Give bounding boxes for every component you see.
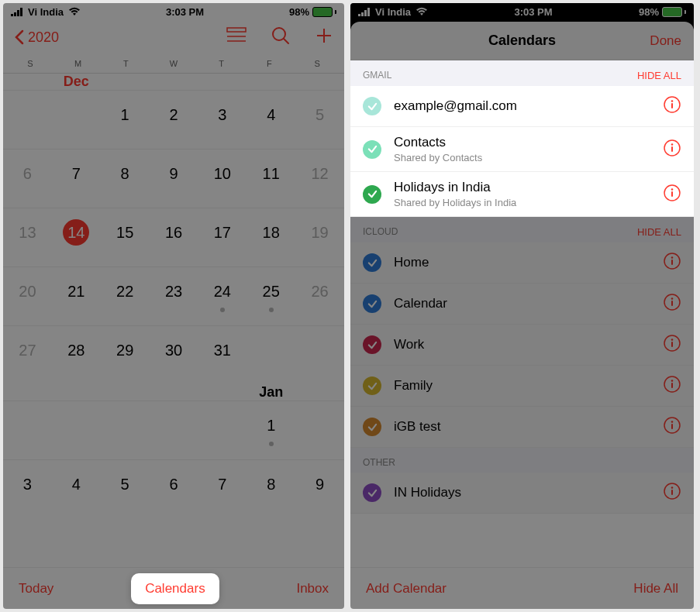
calendar-day-cell[interactable]: 2 <box>150 97 198 149</box>
calendar-day-cell[interactable]: 7 <box>198 466 247 518</box>
calendar-day-cell[interactable]: 29 <box>101 332 150 384</box>
calendar-day-cell[interactable]: 7 <box>52 156 101 208</box>
calendar-item[interactable]: Calendar <box>350 284 694 325</box>
calendar-day-cell[interactable]: 4 <box>52 466 101 518</box>
calendar-day-cell[interactable]: 11 <box>247 156 295 208</box>
hide-all-bottom-button[interactable]: Hide All <box>633 581 678 597</box>
calendar-check-icon[interactable] <box>363 97 381 115</box>
status-time: 3:03 PM <box>166 6 204 18</box>
calendar-check-icon[interactable] <box>363 376 381 395</box>
calendar-item-title: Family <box>394 378 663 394</box>
calendar-day-cell[interactable]: 3 <box>3 466 52 518</box>
calendar-item[interactable]: ContactsShared by Contacts <box>350 127 694 172</box>
calendar-day-cell[interactable]: 18 <box>247 215 295 266</box>
calendar-day-cell[interactable]: 12 <box>295 156 344 208</box>
day-number: 7 <box>63 160 89 187</box>
calendar-day-cell[interactable]: 16 <box>150 215 198 266</box>
calendars-button[interactable]: Calendars <box>131 573 219 604</box>
calendar-day-cell[interactable]: 26 <box>295 273 344 325</box>
calendar-day-cell[interactable]: 10 <box>198 156 247 208</box>
day-number: 22 <box>112 278 138 304</box>
calendar-day-cell[interactable]: 5 <box>295 97 344 149</box>
add-event-icon[interactable] <box>315 26 333 48</box>
calendar-item[interactable]: iGB test <box>350 407 694 448</box>
calendar-day-cell[interactable]: 6 <box>3 156 52 208</box>
info-icon[interactable] <box>663 482 681 504</box>
hide-all-icloud-button[interactable]: HIDE ALL <box>637 226 681 238</box>
calendar-check-icon[interactable] <box>363 483 381 502</box>
back-to-year-button[interactable]: 2020 <box>14 29 59 46</box>
calendar-check-icon[interactable] <box>363 418 381 436</box>
calendar-day-cell[interactable]: 4 <box>247 97 295 149</box>
info-icon[interactable] <box>663 184 681 205</box>
calendar-day-cell[interactable]: 3 <box>198 97 247 149</box>
calendar-day-cell[interactable]: 27 <box>3 332 52 384</box>
calendar-item[interactable]: Home <box>350 242 694 284</box>
calendar-day-cell[interactable]: 14 <box>52 215 101 266</box>
calendar-day-cell[interactable]: 19 <box>295 215 344 266</box>
calendar-day-cell[interactable]: 17 <box>198 215 247 266</box>
day-number: 4 <box>63 471 89 497</box>
calendar-item-title: Holidays in India <box>394 180 663 195</box>
day-number: 5 <box>112 471 138 497</box>
calendar-check-icon[interactable] <box>363 185 381 204</box>
info-icon[interactable] <box>663 416 681 438</box>
calendar-day-cell <box>3 97 52 149</box>
calendar-week-row: 6789101112 <box>3 149 344 208</box>
calendar-day-cell[interactable]: 30 <box>150 332 198 384</box>
info-icon[interactable] <box>663 139 681 160</box>
wifi-icon <box>416 7 428 16</box>
today-button[interactable]: Today <box>19 581 53 597</box>
calendar-bottom-bar: Today Calendars Inbox <box>3 567 344 609</box>
info-icon[interactable] <box>663 252 681 273</box>
calendar-day-cell <box>295 407 344 459</box>
calendar-day-cell[interactable]: 13 <box>3 215 52 266</box>
calendar-day-cell[interactable]: 31 <box>198 332 247 384</box>
svg-point-28 <box>671 297 674 300</box>
search-icon[interactable] <box>271 26 290 48</box>
hide-all-gmail-button[interactable]: HIDE ALL <box>637 70 681 81</box>
info-icon[interactable] <box>663 334 681 356</box>
calendar-item[interactable]: example@gmail.com <box>350 86 694 127</box>
calendar-day-cell[interactable]: 20 <box>3 273 52 325</box>
info-icon[interactable] <box>663 375 681 397</box>
info-icon[interactable] <box>663 95 681 117</box>
calendar-day-cell[interactable]: 1 <box>247 407 295 459</box>
weekday-header: SMTWTFS <box>3 54 344 74</box>
inbox-button[interactable]: Inbox <box>296 581 329 597</box>
day-number: 25 <box>258 278 284 304</box>
icloud-section-header: ICLOUD HIDE ALL <box>350 217 694 242</box>
calendar-day-cell[interactable]: 8 <box>247 466 295 518</box>
calendar-day-cell[interactable]: 1 <box>101 97 150 149</box>
calendar-item[interactable]: Work <box>350 325 694 366</box>
calendar-day-cell[interactable]: 15 <box>101 215 150 266</box>
weekday-label: T <box>198 54 246 73</box>
calendar-check-icon[interactable] <box>363 294 381 313</box>
calendar-check-icon[interactable] <box>363 253 381 272</box>
add-calendar-button[interactable]: Add Calendar <box>366 581 447 597</box>
calendar-day-cell[interactable]: 23 <box>150 273 198 325</box>
calendar-item[interactable]: Family <box>350 366 694 407</box>
calendar-item[interactable]: Holidays in IndiaShared by Holidays in I… <box>350 172 694 217</box>
calendar-day-cell[interactable]: 5 <box>101 466 150 518</box>
day-number: 23 <box>160 278 187 304</box>
calendar-day-cell[interactable]: 22 <box>101 273 150 325</box>
calendar-day-cell[interactable]: 21 <box>52 273 101 325</box>
calendar-day-cell <box>52 97 101 149</box>
list-view-icon[interactable] <box>226 27 247 47</box>
calendar-day-cell[interactable]: 6 <box>150 466 198 518</box>
calendar-check-icon[interactable] <box>363 335 381 354</box>
calendar-day-cell[interactable]: 28 <box>52 332 101 384</box>
calendar-item[interactable]: IN Holidays <box>350 473 694 514</box>
calendar-day-cell[interactable]: 8 <box>101 156 150 208</box>
info-icon[interactable] <box>663 293 681 315</box>
calendar-week-row: 12345 <box>3 90 344 149</box>
svg-point-34 <box>671 380 674 382</box>
calendar-day-cell[interactable]: 9 <box>150 156 198 208</box>
calendar-item-subtitle: Shared by Contacts <box>394 152 663 163</box>
calendar-day-cell[interactable]: 9 <box>295 466 344 518</box>
calendar-day-cell[interactable]: 24 <box>198 273 247 325</box>
calendar-check-icon[interactable] <box>363 140 381 159</box>
calendar-day-cell[interactable]: 25 <box>247 273 295 325</box>
done-button[interactable]: Done <box>650 33 681 49</box>
